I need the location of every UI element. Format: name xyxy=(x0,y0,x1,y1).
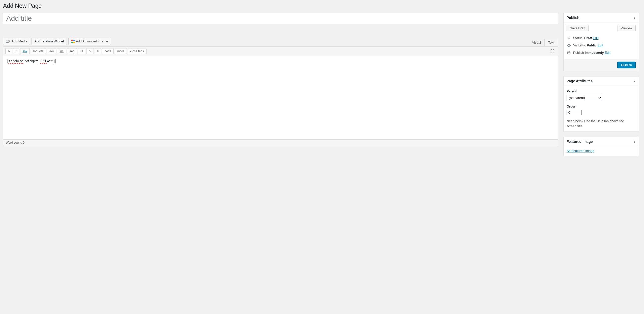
visibility-label: Visibility: xyxy=(573,43,587,47)
svg-rect-0 xyxy=(6,40,9,43)
publish-time-value: immediately xyxy=(585,51,604,55)
publish-button[interactable]: Publish xyxy=(617,62,636,68)
status-row: Status: Draft Edit xyxy=(567,34,636,42)
page-attributes-title: Page Attributes xyxy=(567,79,593,83)
quicktags-toolbar: b i link b-quote del ins img ul ol li co… xyxy=(3,47,558,56)
qt-more[interactable]: more xyxy=(115,48,127,54)
publish-title: Publish xyxy=(567,16,579,20)
featured-image-panel: Featured Image ▲ Set featured image xyxy=(563,137,639,156)
set-featured-image-link[interactable]: Set featured image xyxy=(567,149,594,153)
qt-link[interactable]: link xyxy=(20,48,30,54)
visibility-edit-link[interactable]: Edit xyxy=(598,43,603,47)
svg-point-2 xyxy=(9,42,10,42)
parent-label: Parent xyxy=(567,89,636,93)
add-iframe-label: Add Advanced iFrame xyxy=(76,39,108,44)
qt-closetags[interactable]: close tags xyxy=(128,48,147,54)
svg-point-1 xyxy=(7,41,8,42)
add-media-label: Add Media xyxy=(12,39,27,44)
camera-music-icon xyxy=(6,40,10,43)
save-draft-button[interactable]: Save Draft xyxy=(567,25,589,31)
order-label: Order xyxy=(567,104,636,108)
publish-panel: Publish ▲ Save Draft Preview Status: Dra… xyxy=(563,13,639,71)
page-attributes-header[interactable]: Page Attributes ▲ xyxy=(564,76,639,86)
qt-li[interactable]: li xyxy=(95,48,101,54)
qt-bquote[interactable]: b-quote xyxy=(31,48,46,54)
title-input-wrap xyxy=(3,13,558,24)
pin-icon xyxy=(567,36,571,40)
editor-textarea[interactable]: [tandora widget_url=""] xyxy=(3,56,558,139)
collapse-icon: ▲ xyxy=(633,16,636,19)
fullscreen-button[interactable] xyxy=(549,48,556,54)
qt-img[interactable]: img xyxy=(67,48,77,54)
word-count-value: 0 xyxy=(23,141,25,144)
qt-italic[interactable]: i xyxy=(13,48,19,54)
tab-visual[interactable]: Visual xyxy=(528,39,545,46)
status-label: Status: xyxy=(573,36,584,40)
svg-rect-3 xyxy=(567,51,570,54)
collapse-icon: ▲ xyxy=(633,80,636,83)
publish-time-row: Publish immediately Edit xyxy=(567,49,636,56)
tab-text[interactable]: Text xyxy=(544,39,558,46)
page-attributes-panel: Page Attributes ▲ Parent (no parent) Ord… xyxy=(563,76,639,132)
publish-panel-header[interactable]: Publish ▲ xyxy=(564,13,639,22)
editor-tabs: Visual Text xyxy=(529,39,558,46)
add-tandora-widget-button[interactable]: Add Tandora Widget xyxy=(32,38,67,45)
editor-footer: Word count: 0 xyxy=(3,139,558,146)
featured-image-header[interactable]: Featured Image ▲ xyxy=(564,137,639,146)
media-buttons-row: Add Media Add Tandora Widget Add Advance… xyxy=(3,38,558,45)
grid-icon xyxy=(71,40,75,43)
order-input[interactable] xyxy=(567,110,582,115)
publish-time-label: Publish xyxy=(573,51,585,55)
featured-image-title: Featured Image xyxy=(567,140,593,144)
word-count-label: Word count: xyxy=(6,141,23,144)
page-attributes-help: Need help? Use the Help tab above the sc… xyxy=(567,119,632,128)
add-media-button[interactable]: Add Media xyxy=(3,38,30,45)
qt-code[interactable]: code xyxy=(102,48,114,54)
qt-ul[interactable]: ul xyxy=(78,48,85,54)
publish-time-edit-link[interactable]: Edit xyxy=(605,51,610,55)
editor-box: Visual Text b i link b-quote del ins img… xyxy=(3,46,558,146)
qt-del[interactable]: del xyxy=(47,48,56,54)
add-advanced-iframe-button[interactable]: Add Advanced iFrame xyxy=(68,38,111,45)
fullscreen-icon xyxy=(550,49,555,54)
collapse-icon: ▲ xyxy=(633,140,636,143)
preview-button[interactable]: Preview xyxy=(618,25,636,31)
visibility-value: Public xyxy=(587,43,597,47)
parent-select[interactable]: (no parent) xyxy=(567,95,602,101)
page-title: Add New Page xyxy=(3,3,639,9)
status-edit-link[interactable]: Edit xyxy=(593,36,598,40)
qt-ol[interactable]: ol xyxy=(86,48,94,54)
visibility-row: Visibility: Public Edit xyxy=(567,42,636,49)
title-input[interactable] xyxy=(6,14,555,23)
add-tandora-label: Add Tandora Widget xyxy=(34,39,64,44)
qt-ins[interactable]: ins xyxy=(57,48,66,54)
qt-bold[interactable]: b xyxy=(5,48,12,54)
calendar-icon xyxy=(567,51,571,55)
text-caret xyxy=(55,59,55,63)
eye-icon xyxy=(567,44,571,47)
status-value: Draft xyxy=(584,36,592,40)
